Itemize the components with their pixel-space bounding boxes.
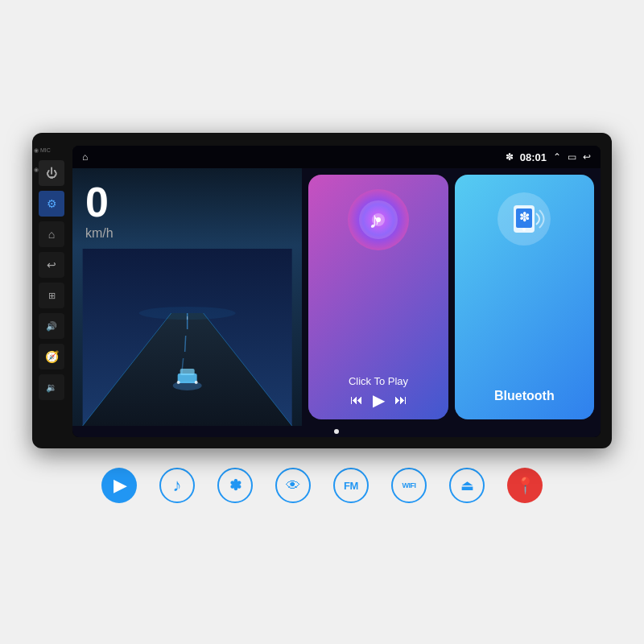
app-cards: ♪ Click To Play ⏮ ▶ ⏭ — [302, 168, 601, 426]
usb-symbol: ⏏ — [460, 477, 474, 494]
svg-text:♪: ♪ — [369, 208, 380, 233]
settings-button[interactable]: ⚙ — [39, 191, 64, 217]
eye-bottom-icon[interactable]: 👁 — [275, 468, 311, 503]
eye-circle[interactable]: 👁 — [275, 468, 311, 503]
power-button[interactable]: ⏻ — [39, 160, 64, 186]
bluetooth-symbol: ✽ — [229, 477, 242, 494]
svg-point-11 — [177, 381, 180, 384]
music-disc-icon: ♪ — [346, 188, 411, 252]
speed-display: 0 — [85, 181, 109, 223]
svg-point-13 — [139, 307, 236, 320]
prev-button[interactable]: ⏮ — [350, 393, 363, 407]
bluetooth-card-label: Bluetooth — [494, 389, 555, 403]
speed-unit: km/h — [85, 226, 114, 241]
vol-up-button[interactable]: 🔊 — [39, 313, 64, 339]
music-bottom-icon[interactable]: ♪ — [159, 468, 195, 503]
music-circle[interactable]: ♪ — [159, 468, 195, 503]
bottom-icons: ▶ ♪ ✽ 👁 FM WIFI ⏏ 📍 — [101, 448, 543, 511]
chevron-up-icon: ⌃ — [553, 151, 561, 163]
eye-symbol: 👁 — [286, 477, 300, 494]
svg-line-3 — [185, 336, 186, 352]
screen-wrapper: ⌂ ✽ 08:01 ⌃ ▭ ↩ 0 km/h — [72, 146, 601, 437]
bluetooth-card[interactable]: ✽ Bluetooth — [455, 175, 594, 419]
status-left: ⌂ — [82, 151, 88, 163]
dot-indicator — [72, 426, 601, 437]
status-bar: ⌂ ✽ 08:01 ⌃ ▭ ↩ — [72, 146, 601, 168]
play-button[interactable]: ▶ — [373, 390, 385, 410]
screen-content: 0 km/h — [72, 168, 601, 426]
home-status-icon: ⌂ — [82, 151, 88, 163]
road-view: 0 km/h — [72, 168, 302, 426]
nav-button[interactable]: 🧭 — [39, 344, 64, 369]
fm-bottom-icon[interactable]: FM — [333, 468, 369, 503]
screen: ⌂ ✽ 08:01 ⌃ ▭ ↩ 0 km/h — [72, 146, 601, 437]
dot-1 — [334, 429, 339, 434]
music-card[interactable]: ♪ Click To Play ⏮ ▶ ⏭ — [308, 175, 448, 419]
svg-text:✽: ✽ — [519, 210, 530, 224]
play-triangle: ▶ — [111, 475, 127, 496]
play-circle[interactable]: ▶ — [101, 468, 137, 503]
map-bottom-icon[interactable]: 📍 — [507, 468, 543, 503]
wifi-bottom-icon[interactable]: WIFI — [391, 468, 427, 503]
vol-down-button[interactable]: 🔉 — [39, 374, 64, 400]
bluetooth-circle[interactable]: ✽ — [217, 468, 253, 503]
wifi-circle[interactable]: WIFI — [391, 468, 427, 503]
map-circle[interactable]: 📍 — [507, 468, 543, 503]
back-nav-icon: ↩ — [583, 151, 591, 163]
usb-bottom-icon[interactable]: ⏏ — [449, 468, 485, 503]
status-time: 08:01 — [520, 151, 547, 163]
svg-point-12 — [195, 381, 198, 384]
player-controls: ⏮ ▶ ⏭ — [350, 390, 407, 410]
bluetooth-status-icon: ✽ — [506, 151, 514, 163]
back-button[interactable]: ↩ — [39, 252, 64, 278]
usb-circle[interactable]: ⏏ — [449, 468, 485, 503]
window-icon: ▭ — [568, 151, 576, 163]
fm-circle[interactable]: FM — [333, 468, 369, 503]
home-button[interactable]: ⌂ — [39, 221, 64, 247]
bluetooth-bottom-icon[interactable]: ✽ — [217, 468, 253, 503]
fm-symbol: FM — [344, 480, 358, 492]
road-svg — [72, 249, 302, 426]
next-button[interactable]: ⏭ — [394, 393, 407, 407]
music-card-label: Click To Play — [349, 375, 408, 387]
svg-rect-10 — [180, 369, 195, 375]
map-pin-symbol: 📍 — [515, 476, 535, 495]
side-panel: ⏻ ⚙ ⌂ ↩ ⊞ 🔊 🧭 🔉 — [32, 133, 71, 448]
wifi-symbol: WIFI — [402, 481, 416, 489]
svg-point-22 — [522, 228, 526, 231]
stereo-unit: ◉ MIC ◉ RST ⏻ ⚙ ⌂ ↩ ⊞ 🔊 🧭 🔉 ⌂ ✽ — [32, 133, 612, 448]
bluetooth-phone-icon: ✽ — [496, 191, 552, 247]
apps-button[interactable]: ⊞ — [39, 283, 64, 308]
play-bottom-icon[interactable]: ▶ — [101, 468, 137, 503]
music-note: ♪ — [173, 475, 182, 496]
